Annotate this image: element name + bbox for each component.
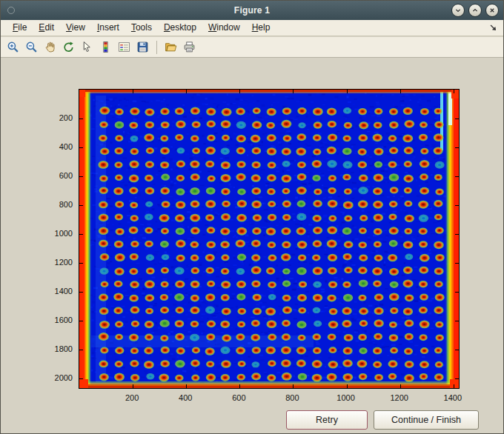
figure-window: Figure 1 FileEditViewInsertToolsDesktopW…	[0, 0, 504, 434]
toolbar-separator	[156, 41, 157, 54]
axes	[79, 89, 460, 389]
dock-figure-icon[interactable]	[488, 23, 499, 33]
maximize-button[interactable]	[468, 4, 482, 17]
y-tick-label: 1800	[42, 344, 73, 354]
menu-desktop[interactable]: Desktop	[158, 20, 202, 36]
menu-bar: FileEditViewInsertToolsDesktopWindowHelp	[1, 20, 503, 36]
data-cursor-icon[interactable]	[79, 39, 96, 56]
x-tick-label: 1400	[437, 393, 469, 403]
x-tick-label: 800	[276, 393, 308, 403]
open-icon[interactable]	[162, 39, 179, 56]
continue-finish-button[interactable]: Continue / Finish	[374, 410, 479, 430]
print-icon[interactable]	[181, 39, 198, 56]
menu-tools[interactable]: Tools	[125, 20, 158, 36]
window-menu-icon[interactable]	[7, 7, 15, 14]
menu-insert[interactable]: Insert	[91, 20, 125, 36]
menu-file[interactable]: File	[7, 20, 33, 36]
y-tick-label: 1200	[42, 257, 73, 267]
x-tick-label: 400	[169, 393, 202, 403]
y-tick-label: 1400	[42, 286, 73, 296]
y-tick-label: 800	[42, 199, 73, 210]
pan-icon[interactable]	[42, 39, 59, 56]
x-tick-label: 1200	[383, 393, 416, 403]
menu-edit[interactable]: Edit	[33, 20, 60, 36]
rotate-3d-icon[interactable]	[60, 39, 77, 56]
close-button[interactable]	[485, 4, 499, 17]
y-tick-label: 600	[42, 170, 73, 181]
zoom-in-icon[interactable]	[4, 39, 21, 56]
figure-canvas-area: 200400600800100012001400160018002000 200…	[1, 59, 504, 434]
window-controls	[451, 4, 499, 17]
menu-view[interactable]: View	[60, 20, 91, 36]
x-tick-label: 600	[222, 393, 255, 403]
y-tick-label: 1000	[42, 228, 73, 238]
colorbar-icon[interactable]	[97, 39, 114, 56]
toolbar	[1, 37, 503, 58]
retry-button[interactable]: Retry	[286, 410, 368, 430]
y-tick-label: 400	[42, 141, 73, 152]
microarray-image[interactable]	[79, 89, 460, 389]
y-tick-label: 2000	[42, 373, 73, 383]
y-tick-label: 200	[42, 113, 73, 123]
x-tick-label: 200	[116, 393, 148, 403]
y-tick-label: 1600	[42, 315, 73, 325]
window-title: Figure 1	[1, 5, 503, 16]
title-bar[interactable]: Figure 1	[1, 1, 503, 20]
zoom-out-icon[interactable]	[23, 39, 40, 56]
menu-help[interactable]: Help	[246, 20, 276, 36]
minimize-button[interactable]	[451, 4, 465, 17]
menu-window[interactable]: Window	[202, 20, 246, 36]
save-icon[interactable]	[134, 39, 151, 56]
x-tick-label: 1000	[330, 393, 362, 403]
menu-bar-items: FileEditViewInsertToolsDesktopWindowHelp	[7, 20, 276, 36]
legend-icon[interactable]	[116, 39, 133, 56]
